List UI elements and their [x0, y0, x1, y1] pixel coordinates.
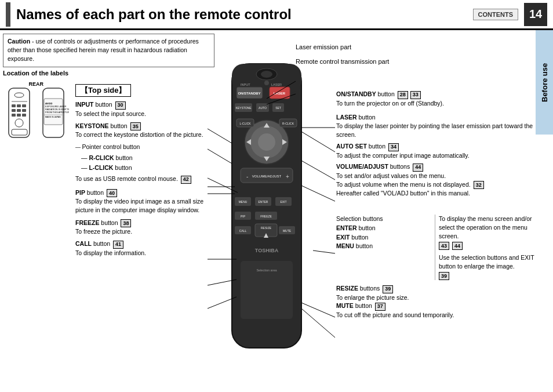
usb-mouse-desc: To use as USB remote control mouse. 42	[75, 175, 209, 184]
svg-rect-7	[17, 109, 21, 112]
svg-text:-: -	[246, 173, 248, 180]
call-page-badge: 41	[113, 241, 123, 249]
auto-set-desc-text: To adjust the computer input image autom…	[336, 152, 470, 159]
svg-text:MUTE: MUTE	[283, 229, 292, 233]
call-button-desc: CALL button 41 To display the informatio…	[75, 239, 209, 257]
svg-rect-13	[12, 129, 27, 135]
auto-set-name: AUTO SET	[336, 143, 367, 150]
svg-text:+: +	[286, 173, 289, 180]
page-number: 14	[524, 3, 547, 26]
keystone-page-badge: 35	[130, 122, 141, 130]
on-standby-name: ON/STANDBY	[336, 90, 376, 97]
resize-desc: RESIZE buttons 39 To enlarge the picture…	[336, 284, 499, 302]
caution-text: - use of controls or adjustments or perf…	[8, 38, 199, 62]
input-btn-desc: To select the input source.	[75, 110, 146, 117]
svg-rect-10	[17, 114, 21, 117]
svg-text:LASER: LASER	[271, 83, 282, 86]
svg-point-32	[264, 81, 269, 85]
svg-point-12	[15, 119, 23, 127]
svg-text:INPUT: INPUT	[241, 83, 250, 86]
pointer-name: Pointer control button	[82, 143, 140, 150]
remote-control-diagram: ON/STANDBY LASER INPUT LASER KEYSTONE AU…	[209, 58, 325, 377]
resize-badge: 39	[383, 285, 393, 293]
sel-desc2-text: Use the selection buttons and EXIT butto…	[439, 253, 542, 271]
laser-btn-desc: LASER button To display the laser pointe…	[336, 113, 542, 140]
vol-adj-desc2: To adjust volume when the menu is not di…	[336, 181, 471, 188]
selection-desc-right: To display the menu screen and/or select…	[435, 215, 542, 280]
vol-adj-suffix: buttons	[388, 163, 410, 170]
page-header: Names of each part on the remote control…	[0, 0, 553, 30]
exit-suffix: button	[350, 234, 368, 241]
location-label: Location of the labels	[3, 70, 68, 77]
input-btn-name: INPUT	[75, 101, 94, 108]
svg-text:CALL: CALL	[239, 229, 247, 233]
svg-text:VOLUME/ADJUST: VOLUME/ADJUST	[252, 175, 282, 178]
auto-set-badge: 34	[388, 143, 399, 151]
input-page-badge: 30	[115, 101, 126, 110]
svg-text:TOSHIBA: TOSHIBA	[255, 248, 279, 253]
sel-desc1-page1: 43	[439, 242, 449, 250]
svg-text:ENTER: ENTER	[259, 200, 268, 204]
mute-badge: 37	[375, 303, 385, 311]
mute-desc: MUTE button 37 To cut off the picture an…	[336, 302, 542, 320]
page-title: Names of each part on the remote control	[16, 6, 473, 23]
freeze-btn-suffix: button	[99, 219, 118, 226]
vol-adj-badge: 44	[413, 164, 423, 172]
keystone-btn-desc: To correct the keystone distortion of th…	[75, 131, 203, 138]
svg-text:SET: SET	[275, 106, 281, 110]
menu-suffix: button	[354, 242, 373, 249]
rear-label: REAR	[3, 81, 69, 87]
remote-transmission-label: Remote control transmission part	[296, 58, 389, 65]
vol-adj-badge2: 32	[474, 181, 484, 189]
keystone-button-desc: KEYSTONE button 35 To correct the keysto…	[75, 122, 209, 140]
svg-rect-9	[12, 114, 16, 117]
on-standby-suffix: button	[376, 90, 395, 97]
sel-desc2-page: 39	[439, 272, 449, 280]
top-side-label: 【Top side】	[75, 84, 131, 97]
on-standby-desc: ON/STANDBY button 28 33 To turn the proj…	[336, 90, 542, 108]
svg-text:ON/STANDBY: ON/STANDBY	[238, 92, 260, 95]
on-standby-desc-text: To turn the projector on or off (Standby…	[336, 100, 444, 107]
svg-text:Selection area: Selection area	[256, 268, 277, 272]
svg-rect-4	[17, 104, 21, 107]
resize-desc-text: To enlarge the picture size.	[336, 294, 409, 301]
svg-rect-11	[22, 114, 26, 117]
input-button-desc: INPUT button 30 To select the input sour…	[75, 100, 209, 118]
input-btn-suffix: button	[94, 101, 112, 108]
freeze-btn-desc: To freeze the picture.	[75, 228, 132, 235]
pip-btn-suffix: button	[85, 189, 104, 196]
resize-name: RESIZE	[336, 285, 358, 292]
lclick-arrow: —	[81, 164, 89, 171]
pip-btn-desc: To display the video input image as a sm…	[75, 198, 203, 213]
caution-box: Caution - use of controls or adjustments…	[3, 34, 214, 67]
svg-rect-5	[22, 104, 26, 107]
vol-adj-desc3: Hereafter called "VOL/ADJ button" in thi…	[336, 190, 470, 197]
call-btn-desc: To display the information.	[75, 249, 146, 256]
auto-set-desc: AUTO SET button 34 To adjust the compute…	[336, 142, 542, 160]
mute-name: MUTE	[336, 302, 354, 309]
mute-suffix: button	[354, 302, 372, 309]
pip-btn-name: PIP	[75, 189, 85, 196]
resize-suffix: buttons	[358, 285, 380, 292]
svg-point-25	[261, 71, 272, 78]
on-standby-page1: 28	[398, 91, 408, 99]
svg-rect-3	[12, 104, 16, 107]
remote-rear-small: AVOID EXPOSURE LASER RADIATION IS EMITTE…	[37, 87, 69, 162]
caution-title: Caution	[8, 38, 30, 45]
laser-emission-label: Laser emission part	[296, 43, 351, 50]
svg-text:PIP: PIP	[241, 215, 246, 218]
page-container: Names of each part on the remote control…	[0, 0, 553, 392]
call-btn-suffix: button	[92, 240, 110, 247]
call-btn-name: CALL	[75, 240, 92, 247]
remote-front-small	[3, 87, 35, 162]
svg-text:MENU: MENU	[239, 200, 248, 204]
auto-set-suffix: button	[367, 143, 385, 150]
rclick-suffix: button	[114, 154, 133, 161]
contents-button[interactable]: CONTENTS	[473, 9, 519, 20]
svg-point-1	[14, 93, 24, 97]
svg-text:FROM THIS APERTURE: FROM THIS APERTURE	[45, 111, 69, 114]
menu-name: MENU	[336, 242, 354, 249]
svg-text:R-CLICK: R-CLICK	[282, 122, 294, 125]
lclick-name: L-CLICK	[89, 164, 113, 171]
svg-point-41	[258, 133, 275, 151]
